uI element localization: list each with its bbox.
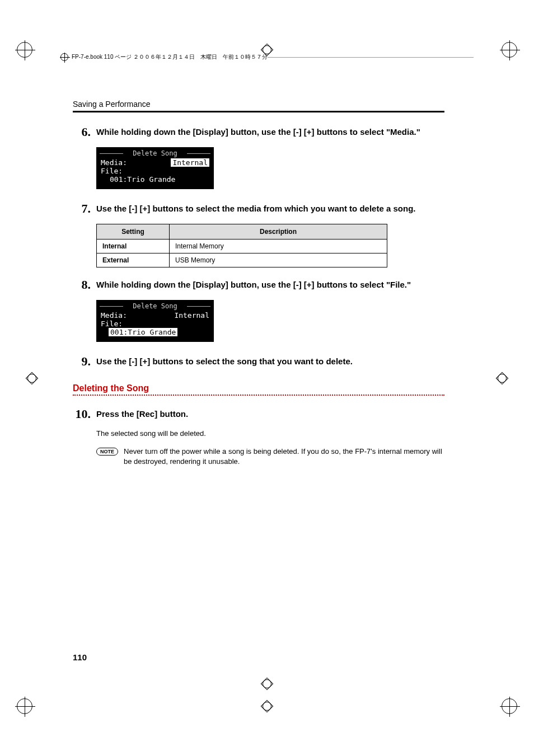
content-area: Saving a Performance 6. While holding do… bbox=[73, 100, 444, 467]
lcd-media-value: Internal bbox=[171, 158, 209, 167]
lcd-row: Media: Internal bbox=[99, 311, 212, 320]
printer-marks-bottom bbox=[17, 698, 517, 714]
lcd-screen-2: Delete Song Media: Internal File: 001:Tr… bbox=[96, 300, 214, 342]
registration-mark-icon bbox=[262, 701, 272, 711]
step-description: The selected song will be deleted. bbox=[96, 429, 444, 438]
step-text: Use the [-] [+] buttons to select the me… bbox=[96, 201, 415, 216]
header-meta-text: FP-7-e.book 110 ページ ２００６年１２月１４日 木曜日 午前１０… bbox=[72, 53, 268, 61]
table-cell-setting: Internal bbox=[97, 240, 170, 253]
dotted-divider bbox=[73, 395, 444, 396]
lcd-screen-1: Delete Song Media: Internal File: 001:Tr… bbox=[96, 147, 214, 189]
table-header-setting: Setting bbox=[97, 224, 170, 240]
step-text: Use the [-] [+] buttons to select the so… bbox=[96, 354, 353, 369]
lcd-media-label: Media: bbox=[101, 158, 127, 167]
subsection-heading: Deleting the Song bbox=[73, 383, 444, 393]
settings-table: Setting Description Internal Internal Me… bbox=[96, 224, 387, 267]
step-text: While holding down the [Display] button,… bbox=[96, 125, 420, 139]
section-header: Saving a Performance bbox=[73, 100, 444, 109]
lcd-row: File: bbox=[99, 320, 212, 328]
table-header-description: Description bbox=[170, 224, 387, 240]
divider bbox=[73, 111, 444, 112]
note-text: Never turn off the power while a song is… bbox=[124, 447, 444, 467]
step-number: 6. bbox=[73, 125, 96, 139]
page-container: FP-7-e.book 110 ページ ２００６年１２月１４日 木曜日 午前１０… bbox=[0, 0, 534, 756]
lcd-file-value: 001:Trio Grande bbox=[99, 175, 212, 184]
step-9: 9. Use the [-] [+] buttons to select the… bbox=[73, 354, 444, 369]
step-7: 7. Use the [-] [+] buttons to select the… bbox=[73, 201, 444, 216]
registration-mark-icon bbox=[17, 42, 32, 58]
step-number: 9. bbox=[73, 354, 96, 369]
lcd-title: Delete Song bbox=[99, 149, 212, 157]
step-number: 8. bbox=[73, 278, 96, 292]
printer-marks-mid-right bbox=[497, 373, 507, 383]
lcd-media-value: Internal bbox=[174, 311, 209, 320]
lcd-title: Delete Song bbox=[99, 302, 212, 310]
step-number: 10. bbox=[73, 407, 96, 421]
registration-mark-icon bbox=[502, 42, 517, 58]
step-6: 6. While holding down the [Display] butt… bbox=[73, 125, 444, 139]
bottom-registration-mark bbox=[262, 679, 272, 689]
step-text: While holding down the [Display] button,… bbox=[96, 278, 411, 292]
header-line bbox=[268, 57, 474, 58]
table-row: External USB Memory bbox=[97, 253, 387, 267]
step-8: 8. While holding down the [Display] butt… bbox=[73, 278, 444, 292]
registration-mark-icon bbox=[27, 373, 37, 383]
table-header-row: Setting Description bbox=[97, 224, 387, 240]
lcd-file-label: File: bbox=[101, 167, 123, 175]
step-number: 7. bbox=[73, 201, 96, 216]
printer-marks-mid-left bbox=[27, 373, 37, 383]
step-text: Press the [Rec] button. bbox=[96, 407, 188, 421]
table-cell-description: USB Memory bbox=[170, 253, 387, 267]
lcd-row: File: bbox=[99, 167, 212, 175]
registration-mark-icon bbox=[497, 373, 507, 383]
note-badge: NOTE bbox=[96, 448, 118, 456]
note-block: NOTE Never turn off the power while a so… bbox=[96, 447, 444, 467]
page-number: 110 bbox=[73, 652, 87, 662]
lcd-file-value-highlighted: 001:Trio Grande bbox=[99, 328, 212, 336]
step-10: 10. Press the [Rec] button. bbox=[73, 407, 444, 421]
lcd-row: Media: Internal bbox=[99, 158, 212, 167]
registration-mark-icon bbox=[17, 698, 32, 714]
lcd-media-label: Media: bbox=[101, 311, 127, 320]
registration-mark-icon bbox=[502, 698, 517, 714]
table-row: Internal Internal Memory bbox=[97, 240, 387, 253]
table-cell-description: Internal Memory bbox=[170, 240, 387, 253]
table-cell-setting: External bbox=[97, 253, 170, 267]
header-meta-bar: FP-7-e.book 110 ページ ２００６年１２月１４日 木曜日 午前１０… bbox=[60, 53, 474, 61]
lcd-file-label: File: bbox=[101, 320, 123, 328]
registration-mark-icon bbox=[60, 53, 68, 61]
registration-mark-icon bbox=[262, 679, 272, 689]
